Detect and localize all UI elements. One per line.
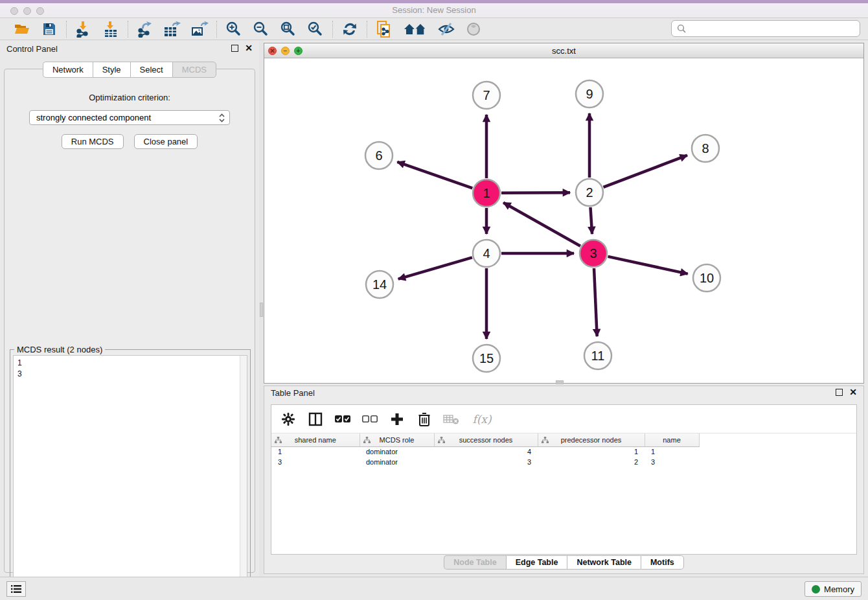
edge-3-10[interactable] [608, 257, 687, 274]
status-bar: Memory [0, 577, 868, 600]
edge-2-3[interactable] [590, 207, 592, 234]
export-table-button[interactable] [163, 20, 181, 38]
export-image-button[interactable] [190, 20, 209, 38]
table-row[interactable]: 1dominator411 [271, 446, 699, 457]
hide-selected-button[interactable] [437, 20, 455, 38]
graph-node-14[interactable]: 14 [366, 271, 393, 298]
table-tab-motifs[interactable]: Motifs [641, 555, 684, 570]
column-header-shared-name[interactable]: shared name [271, 433, 360, 446]
graph-node-10[interactable]: 10 [693, 264, 720, 292]
zoom-selected-button[interactable] [306, 20, 325, 38]
table-row[interactable]: 3dominator323 [271, 457, 699, 467]
network-canvas[interactable]: 7968124314101511 [264, 58, 863, 383]
edge-1-2[interactable] [501, 192, 570, 193]
control-tab-style[interactable]: Style [93, 62, 130, 78]
table-cell[interactable]: dominator [360, 446, 434, 457]
control-panel-title: Control Panel [6, 44, 58, 54]
panel-splitter[interactable] [259, 40, 264, 577]
checked-boxes-icon [334, 415, 351, 424]
zoom-out-button[interactable] [252, 20, 270, 38]
memory-label: Memory [824, 584, 854, 594]
zoom-fit-button[interactable] [279, 20, 297, 38]
graph-node-2[interactable]: 2 [576, 179, 603, 206]
optimization-criterion-select[interactable]: strongly connected component [29, 110, 230, 125]
zoom-in-button[interactable] [225, 20, 243, 38]
graph-node-7[interactable]: 7 [473, 82, 500, 109]
graph-node-11[interactable]: 11 [584, 342, 611, 369]
graph-node-4[interactable]: 4 [473, 240, 500, 267]
network-window-titlebar[interactable]: ✕ − + scc.txt [264, 43, 863, 58]
clone-network-button[interactable] [375, 20, 393, 38]
refresh-view-button[interactable] [341, 20, 359, 38]
run-mcds-button[interactable]: Run MCDS [62, 134, 124, 149]
edge-4-14[interactable] [398, 257, 472, 279]
delete-row-button[interactable] [417, 411, 432, 427]
homes-icon [403, 21, 428, 37]
save-session-button[interactable] [40, 20, 58, 38]
gear-icon [281, 412, 295, 426]
close-panel-button[interactable]: Close panel [134, 134, 198, 149]
control-tab-mcds[interactable]: MCDS [172, 62, 216, 78]
show-all-button[interactable] [464, 20, 483, 38]
close-table-panel-icon[interactable]: ✕ [849, 389, 857, 396]
edge-3-11[interactable] [594, 268, 597, 336]
svg-text:7: 7 [483, 88, 490, 102]
column-header-successor-nodes[interactable]: successor nodes [434, 433, 538, 446]
svg-text:15: 15 [479, 351, 494, 365]
float-table-panel-icon[interactable] [836, 389, 843, 396]
edge-1-6[interactable] [397, 162, 472, 189]
memory-button[interactable]: Memory [805, 581, 862, 597]
table-cell[interactable]: 1 [645, 446, 699, 457]
table-panel-title: Table Panel [271, 388, 315, 398]
table-tab-network-table[interactable]: Network Table [567, 555, 641, 570]
close-panel-icon[interactable]: ✕ [245, 45, 253, 52]
table-cell[interactable]: 3 [434, 457, 538, 467]
export-network-button[interactable] [136, 20, 154, 38]
table-cell[interactable]: 4 [434, 446, 538, 457]
result-scrollbar[interactable] [240, 356, 247, 592]
graph-node-3[interactable]: 3 [580, 240, 607, 267]
import-table-button[interactable] [102, 20, 120, 38]
table-cell[interactable]: 2 [538, 457, 645, 467]
column-header-predecessor-nodes[interactable]: predecessor nodes [538, 433, 645, 446]
table-cell[interactable]: 1 [271, 446, 360, 457]
table-settings-button[interactable] [280, 411, 296, 427]
edge-2-8[interactable] [604, 156, 687, 187]
control-tab-network[interactable]: Network [43, 62, 93, 78]
search-input[interactable] [691, 24, 854, 34]
splitter-grip[interactable] [260, 303, 263, 317]
task-history-button[interactable] [6, 581, 26, 597]
open-session-button[interactable] [13, 20, 31, 38]
split-columns-button[interactable] [308, 411, 323, 427]
table-cell[interactable]: 3 [271, 457, 360, 467]
zoom-selected-icon [307, 21, 324, 38]
refresh-icon [341, 21, 358, 38]
table-tab-edge-table[interactable]: Edge Table [506, 555, 567, 570]
control-tab-select[interactable]: Select [130, 62, 172, 78]
graph-node-1[interactable]: 1 [473, 179, 500, 207]
deselect-all-rows-button[interactable] [362, 411, 378, 427]
column-header-MCDS-role[interactable]: MCDS role [360, 433, 434, 446]
column-header-name[interactable]: name [645, 433, 699, 446]
node-table[interactable]: shared nameMCDS rolesuccessor nodesprede… [271, 433, 700, 467]
graph-node-9[interactable]: 9 [576, 80, 603, 108]
network-resize-grip[interactable] [556, 380, 564, 384]
first-neighbors-button[interactable] [402, 20, 428, 38]
network-graph[interactable]: 7968124314101511 [264, 58, 863, 383]
graph-node-8[interactable]: 8 [692, 135, 719, 162]
graph-node-6[interactable]: 6 [365, 142, 393, 169]
zoom-in-icon [225, 21, 242, 38]
mcds-result-list[interactable]: 13 [13, 355, 247, 592]
table-cell[interactable]: 1 [538, 446, 645, 457]
search-box[interactable] [671, 20, 860, 37]
float-panel-icon[interactable] [231, 45, 238, 52]
table-cell[interactable]: dominator [360, 457, 434, 467]
add-column-button[interactable] [389, 411, 405, 427]
edge-3-1[interactable] [503, 203, 580, 246]
import-network-button[interactable] [74, 20, 93, 38]
table-cell[interactable]: 3 [645, 457, 699, 467]
select-all-rows-button[interactable] [335, 411, 350, 427]
table-tab-node-table[interactable]: Node Table [444, 555, 505, 570]
svg-text:3: 3 [589, 246, 597, 260]
graph-node-15[interactable]: 15 [473, 345, 500, 372]
